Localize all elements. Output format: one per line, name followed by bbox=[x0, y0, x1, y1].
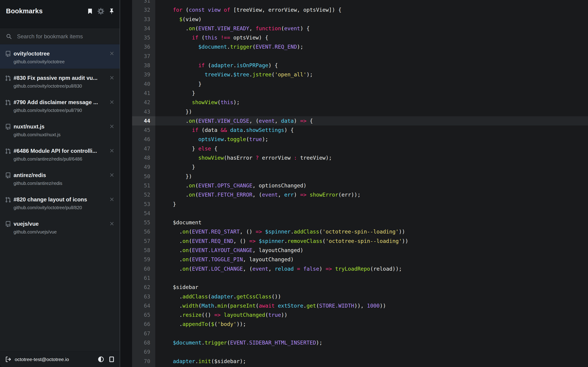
line-number[interactable]: 38 bbox=[132, 61, 155, 70]
line-number[interactable]: 44 bbox=[132, 116, 155, 125]
line-number[interactable]: 64 bbox=[132, 301, 155, 310]
line-number[interactable]: 57 bbox=[132, 236, 155, 246]
remove-bookmark-button[interactable] bbox=[109, 99, 115, 105]
bookmark-item[interactable]: #6486 Module API for controlli... github… bbox=[0, 142, 120, 166]
sign-out-icon[interactable] bbox=[5, 356, 11, 362]
code-line[interactable]: 46 optsView.toggle(true); bbox=[132, 135, 588, 144]
code-line[interactable]: 33 $(view) bbox=[132, 15, 588, 24]
code-line[interactable]: 59 .on(EVENT.TOGGLE_PIN, layoutChanged) bbox=[132, 255, 588, 264]
bookmark-item[interactable]: ovity/octotree github.com/ovity/octotree bbox=[0, 44, 120, 69]
bookmark-item[interactable]: vuejs/vue github.com/vuejs/vue bbox=[0, 215, 120, 239]
line-number[interactable]: 48 bbox=[132, 153, 155, 162]
bookmark-item[interactable]: #820 change layout of icons github.com/o… bbox=[0, 190, 120, 215]
line-number[interactable]: 50 bbox=[132, 172, 155, 181]
line-number[interactable]: 63 bbox=[132, 292, 155, 301]
remove-bookmark-button[interactable] bbox=[109, 75, 115, 81]
line-number[interactable]: 40 bbox=[132, 79, 155, 89]
line-number[interactable]: 47 bbox=[132, 144, 155, 153]
line-number[interactable]: 56 bbox=[132, 227, 155, 236]
code-line[interactable]: 53 } bbox=[132, 200, 588, 209]
line-number[interactable]: 68 bbox=[132, 338, 155, 347]
code-line[interactable]: 71 await pluginManager.init(); bbox=[132, 366, 588, 367]
code-line[interactable]: 69 bbox=[132, 347, 588, 357]
dock-sidebar-icon[interactable] bbox=[109, 356, 115, 362]
pin-icon[interactable] bbox=[108, 8, 115, 15]
code-line[interactable]: 68 $document.trigger(EVENT.SIDEBAR_HTML_… bbox=[132, 338, 588, 347]
line-number[interactable]: 41 bbox=[132, 89, 155, 98]
line-number[interactable]: 42 bbox=[132, 98, 155, 107]
bookmark-icon[interactable] bbox=[86, 8, 94, 15]
line-number[interactable]: 62 bbox=[132, 283, 155, 292]
code-line[interactable]: 65 .resize(() => layoutChanged(true)) bbox=[132, 310, 588, 319]
line-number[interactable]: 66 bbox=[132, 319, 155, 329]
line-number[interactable]: 35 bbox=[132, 33, 155, 42]
code-line[interactable]: 56 .on(EVENT.REQ_START, () => $spinner.a… bbox=[132, 227, 588, 236]
code-line[interactable]: 66 .appendTo($('body')); bbox=[132, 319, 588, 329]
code-line[interactable]: 51 .on(EVENT.OPTS_CHANGE, optionsChanged… bbox=[132, 181, 588, 190]
code-line[interactable]: 42 showView(this); bbox=[132, 98, 588, 107]
code-line[interactable]: 45 if (data && data.showSettings) { bbox=[132, 125, 588, 135]
line-number[interactable]: 36 bbox=[132, 42, 155, 51]
bookmark-item[interactable]: nuxt/nuxt.js github.com/nuxt/nuxt.js bbox=[0, 117, 120, 142]
line-number[interactable]: 65 bbox=[132, 310, 155, 319]
gear-icon[interactable] bbox=[97, 8, 104, 15]
code-line[interactable]: 48 showView(hasError ? errorView : treeV… bbox=[132, 153, 588, 162]
code-line[interactable]: 36 $document.trigger(EVENT.REQ_END); bbox=[132, 42, 588, 51]
code-line[interactable]: 49 } bbox=[132, 162, 588, 172]
line-number[interactable]: 55 bbox=[132, 218, 155, 227]
line-number[interactable]: 54 bbox=[132, 209, 155, 218]
remove-bookmark-button[interactable] bbox=[109, 221, 115, 226]
bookmark-item[interactable]: #790 Add disclaimer message ... github.c… bbox=[0, 93, 120, 117]
line-number[interactable]: 60 bbox=[132, 264, 155, 273]
line-number[interactable]: 45 bbox=[132, 125, 155, 135]
line-number[interactable]: 31 bbox=[132, 0, 155, 5]
remove-bookmark-button[interactable] bbox=[109, 172, 115, 178]
code-line[interactable]: 64 .width(Math.min(parseInt(await extSto… bbox=[132, 301, 588, 310]
bookmark-item[interactable]: antirez/redis github.com/antirez/redis bbox=[0, 166, 120, 190]
code-line[interactable]: 47 } else { bbox=[132, 144, 588, 153]
code-line[interactable]: 41 } bbox=[132, 89, 588, 98]
line-number[interactable]: 61 bbox=[132, 273, 155, 283]
remove-bookmark-button[interactable] bbox=[109, 124, 115, 129]
code-line[interactable]: 60 .on(EVENT.LOC_CHANGE, (event, reload … bbox=[132, 264, 588, 273]
code-line[interactable]: 34 .on(EVENT.VIEW_READY, function(event)… bbox=[132, 24, 588, 33]
line-number[interactable]: 46 bbox=[132, 135, 155, 144]
code-line[interactable]: 35 if (this !== optsView) { bbox=[132, 33, 588, 42]
theme-toggle-icon[interactable] bbox=[98, 356, 104, 362]
code-line[interactable]: 55 $document bbox=[132, 218, 588, 227]
code-line[interactable]: 43 }) bbox=[132, 107, 588, 116]
line-number[interactable]: 49 bbox=[132, 162, 155, 172]
line-number[interactable]: 58 bbox=[132, 246, 155, 255]
code-line[interactable]: 40 } bbox=[132, 79, 588, 89]
remove-bookmark-button[interactable] bbox=[109, 197, 115, 202]
code-line[interactable]: 58 .on(EVENT.LAYOUT_CHANGE, layoutChange… bbox=[132, 246, 588, 255]
line-number[interactable]: 34 bbox=[132, 24, 155, 33]
line-number[interactable]: 71 bbox=[132, 366, 155, 367]
code-line[interactable]: 39 treeView.$tree.jstree('open_all'); bbox=[132, 70, 588, 79]
line-number[interactable]: 59 bbox=[132, 255, 155, 264]
code-line[interactable]: 54 bbox=[132, 209, 588, 218]
code-line[interactable]: 52 .on(EVENT.FETCH_ERROR, (event, err) =… bbox=[132, 190, 588, 199]
line-number[interactable]: 67 bbox=[132, 329, 155, 338]
code-line[interactable]: 50 }) bbox=[132, 172, 588, 181]
line-number[interactable]: 70 bbox=[132, 357, 155, 366]
code-line[interactable]: 44 .on(EVENT.VIEW_CLOSE, (event, data) =… bbox=[132, 116, 588, 125]
line-number[interactable]: 33 bbox=[132, 15, 155, 24]
line-number[interactable]: 52 bbox=[132, 190, 155, 199]
line-number[interactable]: 43 bbox=[132, 107, 155, 116]
line-number[interactable]: 53 bbox=[132, 200, 155, 209]
bookmark-search-input[interactable] bbox=[17, 33, 114, 40]
code-line[interactable]: 32 for (const view of [treeView, errorVi… bbox=[132, 5, 588, 15]
code-line[interactable]: 63 .addClass(adapter.getCssClass()) bbox=[132, 292, 588, 301]
line-number[interactable]: 39 bbox=[132, 70, 155, 79]
code-line[interactable]: 67 bbox=[132, 329, 588, 338]
code-line[interactable]: 38 if (adapter.isOnPRPage) { bbox=[132, 61, 588, 70]
bookmark-item[interactable]: #830 Fix passive npm audit vu... github.… bbox=[0, 69, 120, 93]
remove-bookmark-button[interactable] bbox=[109, 148, 115, 153]
remove-bookmark-button[interactable] bbox=[109, 51, 115, 56]
code-line[interactable]: 57 .on(EVENT.REQ_END, () => $spinner.rem… bbox=[132, 236, 588, 246]
code-line[interactable]: 70 adapter.init($sidebar); bbox=[132, 357, 588, 366]
line-number[interactable]: 69 bbox=[132, 347, 155, 357]
code-line[interactable]: 62 $sidebar bbox=[132, 283, 588, 292]
code-line[interactable]: 37 bbox=[132, 52, 588, 61]
